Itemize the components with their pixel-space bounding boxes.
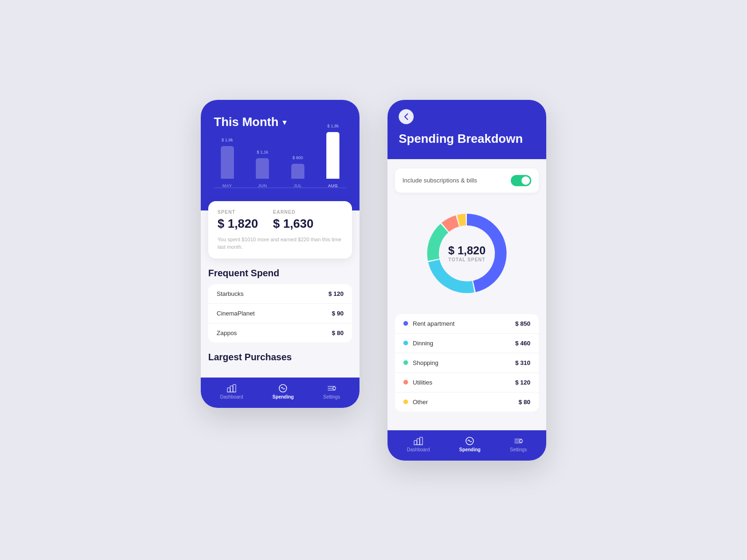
svg-rect-10 <box>417 439 420 445</box>
nav-item-dashboard[interactable]: Dashboard <box>220 384 243 399</box>
toggle-row: Include subscriptions & bills <box>395 168 539 193</box>
summary-card: SPENT $ 1,820 EARNED $ 1,630 You spent $… <box>208 201 352 259</box>
spend-name: Starbucks <box>217 290 244 297</box>
category-amount: $ 460 <box>515 340 530 347</box>
spent-label: SPENT <box>218 210 258 215</box>
category-amount: $ 120 <box>515 379 530 386</box>
frequent-section-title: Frequent Spend <box>208 268 352 279</box>
svg-rect-11 <box>420 437 423 445</box>
nav-item-spending[interactable]: Spending <box>273 384 294 399</box>
page-container: This Month ▾ $ 1,8kMAY$ 1,1kJUN$ 800JUL$… <box>201 100 546 461</box>
breakdown-title: Spending Breakdown <box>399 132 535 146</box>
earned-amount: $ 1,630 <box>273 217 314 231</box>
phone-1: This Month ▾ $ 1,8kMAY$ 1,1kJUN$ 800JUL$… <box>201 100 359 408</box>
summary-note: You spent $1010 more and earned $220 tha… <box>218 236 343 251</box>
donut-segment <box>457 214 466 226</box>
spend-item: Zappos $ 80 <box>208 323 352 343</box>
spent-col: SPENT $ 1,820 <box>218 210 258 231</box>
bar-group: $ 1,1kJUN <box>249 150 276 188</box>
earned-label: EARNED <box>273 210 314 215</box>
summary-row: SPENT $ 1,820 EARNED $ 1,630 <box>218 210 343 231</box>
category-dot <box>403 380 408 385</box>
earned-col: EARNED $ 1,630 <box>273 210 314 231</box>
category-name: Rent apartment <box>413 320 515 327</box>
category-dot <box>403 341 408 345</box>
spend-amount: $ 90 <box>332 310 344 317</box>
nav-label: Dashboard <box>220 394 243 399</box>
bar-value-label: $ 1,1k <box>257 150 268 154</box>
category-amount: $ 850 <box>515 320 530 327</box>
phone1-body: SPENT $ 1,820 EARNED $ 1,630 You spent $… <box>201 210 359 368</box>
settings-icon <box>513 437 523 445</box>
bar <box>326 132 339 179</box>
spend-name: Zappos <box>217 329 237 336</box>
spending-icon <box>278 384 288 392</box>
bar-group: $ 800JUL <box>284 155 311 188</box>
back-button[interactable] <box>399 109 414 124</box>
nav-label: Settings <box>323 394 340 399</box>
toggle-label: Include subscriptions & bills <box>402 177 477 184</box>
frequent-spend-list: Starbucks $ 120 CinemaPlanet $ 90 Zappos… <box>208 284 352 343</box>
nav-item-spending[interactable]: Spending <box>459 437 481 452</box>
bar <box>221 146 234 179</box>
spent-amount: $ 1,820 <box>218 217 258 231</box>
dashboard-icon <box>413 437 423 445</box>
dashboard-icon <box>226 384 237 392</box>
phone1-bottom-nav: Dashboard Spending Settings <box>201 378 359 408</box>
category-item: Shopping $ 310 <box>395 353 539 373</box>
donut-segment <box>427 224 448 260</box>
spend-item: CinemaPlanet $ 90 <box>208 304 352 323</box>
bar-group: $ 1,8kAUG <box>320 124 347 188</box>
spend-amount: $ 80 <box>332 329 344 336</box>
category-dot <box>403 399 408 404</box>
bar-value-label: $ 1,8k <box>221 138 233 142</box>
nav-item-settings[interactable]: Settings <box>323 384 340 399</box>
donut-total-label: TOTAL SPENT <box>448 257 486 262</box>
category-dot <box>403 360 408 365</box>
svg-point-17 <box>520 440 522 442</box>
bar-chart: $ 1,8kMAY$ 1,1kJUN$ 800JUL$ 1,8kAUG <box>214 139 346 199</box>
settings-icon <box>326 384 337 392</box>
spend-item: Starbucks $ 120 <box>208 284 352 304</box>
phone2-bottom-nav: Dashboard Spending Settings <box>388 430 546 461</box>
svg-rect-0 <box>227 388 230 392</box>
svg-point-8 <box>333 387 336 390</box>
chart-baseline <box>214 188 346 188</box>
nav-label: Dashboard <box>407 447 430 452</box>
nav-label: Settings <box>510 447 527 452</box>
svg-rect-1 <box>230 386 233 392</box>
phone-2: Spending Breakdown Include subscriptions… <box>388 100 546 461</box>
phone2-header: Spending Breakdown <box>388 100 546 159</box>
category-amount: $ 80 <box>519 399 530 406</box>
category-amount: $ 310 <box>515 359 530 366</box>
nav-label: Spending <box>459 447 481 452</box>
category-item: Rent apartment $ 850 <box>395 314 539 334</box>
category-name: Shopping <box>413 359 515 366</box>
category-list: Rent apartment $ 850 Dinning $ 460 Shopp… <box>395 314 539 412</box>
category-dot <box>403 321 408 326</box>
bar <box>256 158 269 179</box>
bar-group: $ 1,8kMAY <box>214 138 241 188</box>
nav-item-settings[interactable]: Settings <box>510 437 527 452</box>
this-month-title: This Month <box>214 115 279 129</box>
spending-icon <box>465 437 475 445</box>
svg-rect-2 <box>233 385 236 392</box>
largest-section-title: Largest Purchases <box>208 352 352 363</box>
toggle-switch[interactable] <box>511 175 531 186</box>
donut-container: $ 1,820 TOTAL SPENT <box>395 202 539 305</box>
spend-amount: $ 120 <box>328 290 344 297</box>
spend-name: CinemaPlanet <box>217 310 255 317</box>
bar-value-label: $ 800 <box>292 155 303 160</box>
bar <box>291 164 304 179</box>
category-name: Utilities <box>413 379 515 386</box>
phone1-header: This Month ▾ $ 1,8kMAY$ 1,1kJUN$ 800JUL$… <box>201 100 359 210</box>
category-item: Utilities $ 120 <box>395 373 539 392</box>
category-name: Other <box>413 399 519 406</box>
donut-segment <box>428 259 474 293</box>
category-item: Dinning $ 460 <box>395 334 539 353</box>
bar-value-label: $ 1,8k <box>327 124 339 128</box>
nav-item-dashboard[interactable]: Dashboard <box>407 437 430 452</box>
donut-total-amount: $ 1,820 <box>448 244 486 257</box>
category-name: Dinning <box>413 340 515 347</box>
category-item: Other $ 80 <box>395 392 539 412</box>
